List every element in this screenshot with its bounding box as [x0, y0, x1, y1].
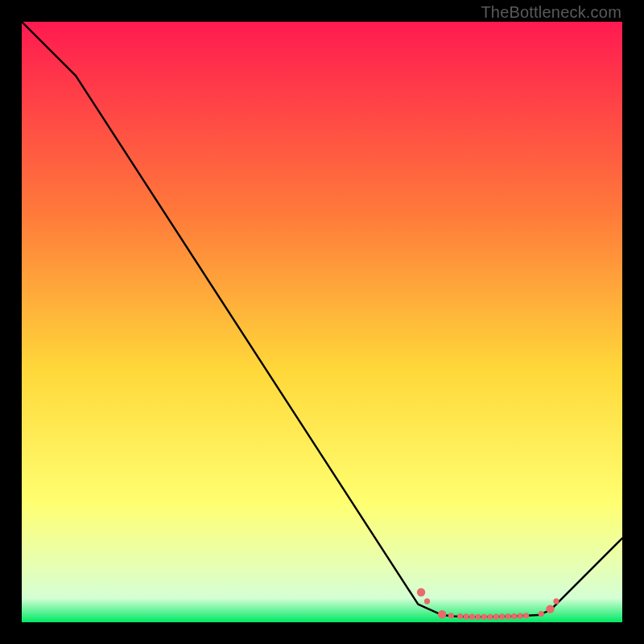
highlight-dot	[553, 598, 559, 604]
highlight-dot	[518, 613, 523, 619]
highlight-dot	[546, 605, 554, 613]
highlight-dot	[463, 613, 469, 619]
highlight-dot	[475, 614, 481, 620]
gradient-background	[22, 22, 622, 622]
highlight-dot	[469, 614, 475, 620]
chart-svg	[22, 22, 622, 622]
highlight-dot	[457, 613, 463, 619]
highlight-dot	[438, 610, 446, 618]
highlight-dot	[523, 613, 529, 618]
highlight-dot	[424, 598, 430, 604]
highlight-dot	[499, 613, 505, 619]
plot-area	[22, 22, 622, 622]
watermark-text: TheBottleneck.com	[481, 3, 621, 22]
highlight-dot	[539, 611, 544, 617]
highlight-dot	[511, 613, 517, 619]
chart-container: TheBottleneck.com	[0, 0, 644, 644]
highlight-dot	[481, 614, 487, 620]
highlight-dot	[417, 588, 425, 597]
highlight-dot	[506, 613, 511, 619]
highlight-dot	[448, 613, 454, 618]
highlight-dot	[493, 614, 499, 620]
highlight-dot	[487, 614, 493, 620]
